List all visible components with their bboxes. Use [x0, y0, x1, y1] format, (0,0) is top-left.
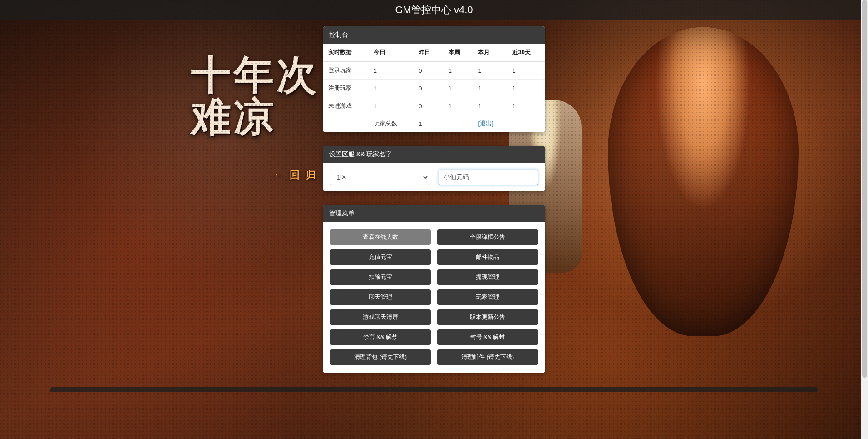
server-select[interactable]: 1区: [330, 170, 429, 185]
menu-panel: 管理菜单 查看在线人数全服弹框公告充值元宝邮件物品扣除元宝提现管理聊天管理玩家管…: [323, 205, 545, 373]
cell-month: 1: [473, 80, 507, 97]
cell-yesterday: 0: [413, 61, 443, 80]
menu-button[interactable]: 清理邮件 (请先下线): [437, 349, 538, 365]
cell-yesterday: 0: [413, 80, 443, 97]
cell-label: 登录玩家: [323, 61, 368, 80]
app-title-bar: GM管控中心 v4.0: [0, 0, 868, 20]
logout-link[interactable]: [退出]: [478, 120, 493, 127]
cell-yesterday: 0: [413, 97, 443, 115]
table-row: 注册玩家10111: [323, 80, 545, 97]
cell-week: 1: [443, 61, 473, 80]
cell-week: 1: [443, 97, 473, 115]
cell-today: 1: [368, 61, 414, 80]
menu-button[interactable]: 游戏聊天清屏: [330, 309, 431, 325]
scrollbar-track[interactable]: [861, 0, 868, 439]
console-panel-title: 控制台: [323, 26, 545, 44]
menu-button[interactable]: 禁言 && 解禁: [330, 329, 431, 345]
menu-button[interactable]: 玩家管理: [437, 289, 538, 305]
cell-week: 1: [443, 80, 473, 97]
col-month: 本月: [473, 44, 507, 61]
console-panel: 控制台 实时数据 今日 昨日 本周 本月 近30天 登录玩家10111注册玩家1…: [323, 26, 545, 132]
total-players-label: 玩家总数: [368, 115, 414, 133]
menu-button[interactable]: 充值元宝: [330, 249, 431, 265]
player-name-input[interactable]: [439, 170, 538, 185]
cell-today: 1: [368, 97, 414, 115]
cell-label: 注册玩家: [323, 80, 368, 97]
table-row: 未进游戏10111: [323, 97, 545, 115]
cell-last30: 1: [507, 97, 545, 115]
table-row: 登录玩家10111: [323, 61, 545, 80]
bottom-panel-strip: [50, 387, 818, 392]
menu-button[interactable]: 提现管理: [437, 269, 538, 285]
cell-month: 1: [473, 61, 507, 80]
col-week: 本周: [443, 44, 473, 61]
col-last30: 近30天: [507, 44, 545, 61]
cell-last30: 1: [507, 61, 545, 80]
col-yesterday: 昨日: [413, 44, 443, 61]
menu-button[interactable]: 全服弹框公告: [437, 229, 538, 245]
menu-button[interactable]: 邮件物品: [437, 249, 538, 265]
menu-button[interactable]: 版本更新公告: [437, 309, 538, 325]
col-today: 今日: [368, 44, 414, 61]
cell-label: 未进游戏: [323, 97, 368, 115]
menu-button[interactable]: 封号 && 解封: [437, 329, 538, 345]
app-title: GM管控中心 v4.0: [395, 3, 473, 17]
stats-table: 实时数据 今日 昨日 本周 本月 近30天 登录玩家10111注册玩家10111…: [323, 44, 545, 132]
server-panel-title: 设置区服 && 玩家名字: [323, 146, 545, 163]
col-realtime: 实时数据: [323, 44, 368, 61]
server-panel: 设置区服 && 玩家名字 1区: [323, 146, 545, 191]
menu-panel-title: 管理菜单: [323, 205, 545, 222]
cell-today: 1: [368, 80, 414, 97]
stats-footer-row: 玩家总数 1 [退出]: [323, 115, 545, 133]
stats-header-row: 实时数据 今日 昨日 本周 本月 近30天: [323, 44, 545, 61]
cell-month: 1: [473, 97, 507, 115]
menu-button[interactable]: 清理背包 (请先下线): [330, 349, 431, 365]
total-players-value: 1: [413, 115, 443, 133]
cell-last30: 1: [507, 80, 545, 97]
menu-button[interactable]: 查看在线人数: [330, 229, 431, 245]
menu-button[interactable]: 聊天管理: [330, 289, 431, 305]
menu-button[interactable]: 扣除元宝: [330, 269, 431, 285]
scrollbar-thumb[interactable]: [862, 0, 867, 378]
